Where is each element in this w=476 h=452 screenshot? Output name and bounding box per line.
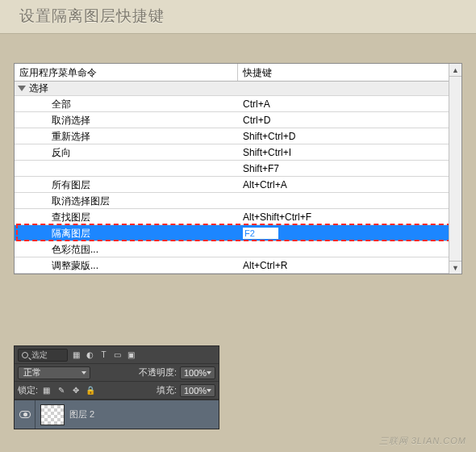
row-command-cell: 反向 (15, 144, 238, 160)
layers-blend-row: 正常 不透明度: 100% (15, 364, 219, 382)
lock-all-icon[interactable]: 🔒 (85, 385, 95, 396)
blend-mode-value: 正常 (23, 366, 41, 379)
layer-row[interactable]: 图层 2 (15, 400, 219, 429)
filter-smart-icon[interactable]: ▣ (126, 349, 136, 360)
scroll-up-arrow-icon[interactable]: ▲ (449, 64, 461, 77)
row-shortcut-cell: Ctrl+D (238, 112, 461, 128)
shortcut-edit-input[interactable]: F2 (243, 228, 278, 239)
col-header-shortcut[interactable]: 快捷键 (238, 64, 461, 81)
row-command-cell: 隔离图层 (15, 225, 238, 241)
row-command-cell (15, 161, 238, 176)
table-row[interactable]: 隔离图层F2 (15, 225, 461, 241)
section-row-select[interactable]: 选择 (15, 82, 461, 96)
opacity-input[interactable]: 100% (180, 366, 215, 379)
row-command-cell: 全部 (15, 96, 238, 111)
layer-name-label[interactable]: 图层 2 (69, 408, 94, 421)
layers-lock-row: 锁定: ▦ ✎ ✥ 🔒 填充: 100% (15, 382, 219, 400)
shortcut-dialog: 应用程序菜单命令 快捷键 选择 全部Ctrl+A取消选择Ctrl+D重新选择Sh… (14, 63, 462, 274)
row-shortcut-cell: Alt+Ctrl+A (238, 177, 461, 192)
filter-adjust-icon[interactable]: ◐ (85, 349, 95, 360)
table-row[interactable]: 取消选择图层 (15, 193, 461, 209)
layer-filter-select[interactable]: 选定 (18, 349, 68, 362)
table-row[interactable]: 重新选择Shift+Ctrl+D (15, 128, 461, 144)
fill-input[interactable]: 100% (180, 384, 215, 397)
watermark-text: 三联网 3LIAN.COM (379, 435, 466, 447)
lock-pixels-icon[interactable]: ✎ (56, 385, 66, 396)
col-header-command[interactable]: 应用程序菜单命令 (15, 64, 238, 81)
visibility-toggle[interactable] (15, 400, 35, 429)
filter-pixel-icon[interactable]: ▦ (71, 349, 81, 360)
row-shortcut-cell: Shift+Ctrl+D (238, 128, 461, 144)
row-command-cell: 色彩范围... (15, 241, 238, 257)
vertical-scrollbar[interactable]: ▲ ▼ (449, 64, 461, 274)
lock-transparency-icon[interactable]: ▦ (41, 385, 52, 396)
scroll-down-arrow-icon[interactable]: ▼ (449, 261, 461, 274)
row-shortcut-cell: Shift+Ctrl+I (238, 144, 461, 160)
filter-shape-icon[interactable]: ▭ (112, 349, 123, 360)
disclosure-triangle-icon[interactable] (18, 86, 26, 91)
table-row[interactable]: 全部Ctrl+A (15, 96, 461, 112)
table-row[interactable]: 反向Shift+Ctrl+I (15, 144, 461, 161)
fill-value: 100% (184, 386, 207, 396)
table-row[interactable]: Shift+F7 (15, 161, 461, 177)
table-row[interactable]: 查找图层Alt+Shift+Ctrl+F (15, 209, 461, 225)
table-row[interactable]: 取消选择Ctrl+D (15, 112, 461, 128)
filter-type-icon[interactable]: T (98, 349, 109, 360)
lock-position-icon[interactable]: ✥ (70, 385, 81, 396)
search-icon (22, 352, 28, 358)
row-shortcut-cell: Alt+Shift+Ctrl+F (238, 209, 461, 224)
fill-label: 填充: (157, 384, 177, 396)
row-command-cell: 重新选择 (15, 128, 238, 144)
row-command-cell: 所有图层 (15, 177, 238, 192)
opacity-value: 100% (184, 368, 207, 378)
lock-label: 锁定: (18, 384, 38, 396)
table-row[interactable]: 色彩范围... (15, 241, 461, 257)
row-shortcut-cell: F2 (238, 225, 461, 241)
filter-label: 选定 (31, 349, 48, 361)
blend-mode-select[interactable]: 正常 (18, 366, 90, 379)
opacity-label: 不透明度: (139, 366, 177, 379)
row-command-cell: 取消选择 (15, 112, 238, 128)
row-command-cell: 调整蒙版... (15, 257, 238, 273)
layers-panel: 选定 ▦ ◐ T ▭ ▣ 正常 不透明度: 100% 锁定: ▦ ✎ ✥ 🔒 填… (14, 345, 219, 429)
row-shortcut-cell: Shift+F7 (238, 161, 461, 176)
row-shortcut-cell: Alt+Ctrl+R (238, 257, 461, 273)
section-label: 选择 (29, 82, 48, 95)
eye-icon (19, 411, 31, 418)
table-header: 应用程序菜单命令 快捷键 (15, 64, 461, 82)
row-command-cell: 取消选择图层 (15, 193, 238, 208)
table-row[interactable]: 调整蒙版...Alt+Ctrl+R (15, 257, 461, 274)
table-row[interactable]: 所有图层Alt+Ctrl+A (15, 177, 461, 193)
row-command-cell: 查找图层 (15, 209, 238, 224)
row-shortcut-cell (238, 241, 461, 257)
layer-thumbnail[interactable] (40, 404, 65, 425)
lock-icons-group: ▦ ✎ ✥ 🔒 (41, 385, 95, 396)
layers-filter-row: 选定 ▦ ◐ T ▭ ▣ (15, 346, 219, 364)
page-title: 设置隔离图层快捷键 (0, 0, 476, 34)
table-body: 选择 全部Ctrl+A取消选择Ctrl+D重新选择Shift+Ctrl+D反向S… (15, 82, 461, 274)
row-shortcut-cell (238, 193, 461, 208)
row-shortcut-cell: Ctrl+A (238, 96, 461, 111)
